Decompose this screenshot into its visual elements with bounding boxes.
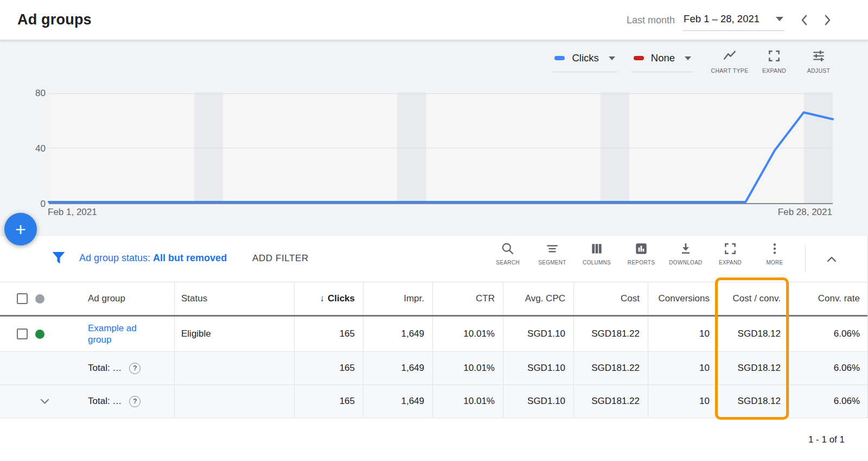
add-ad-group-fab[interactable]: + [4, 213, 37, 245]
search-icon [501, 242, 515, 256]
ad-group-status-filter[interactable]: Ad group status: All but removed [79, 252, 227, 264]
x-axis-end-label: Feb 28, 2021 [778, 207, 832, 218]
help-icon[interactable]: ? [129, 396, 141, 407]
clicks-cell: 165 [294, 385, 363, 418]
conv-rate-cell: 6.06% [789, 352, 868, 384]
cost-cell: SGD181.22 [573, 317, 648, 351]
ctr-cell: 10.01% [432, 352, 503, 384]
impr-cell: 1,649 [363, 352, 432, 384]
select-all-checkbox[interactable] [17, 293, 28, 304]
metric-selector-2[interactable]: None [631, 47, 693, 72]
column-header-cost[interactable]: Cost [573, 282, 648, 315]
date-range-dropdown[interactable]: Feb 1 – 28, 2021 [682, 10, 784, 31]
ctr-cell: 10.01% [432, 385, 503, 418]
date-range-value: Feb 1 – 28, 2021 [684, 13, 760, 25]
filter-value: All but removed [153, 252, 227, 263]
metric-selector-1[interactable]: Clicks [552, 47, 617, 72]
total-label: Total: … [88, 396, 122, 407]
avg-cpc-cell: SGD1.10 [503, 352, 573, 384]
ad-group-link[interactable]: Example ad group [88, 323, 148, 345]
help-icon[interactable]: ? [129, 363, 141, 374]
date-range-picker[interactable]: Last month Feb 1 – 28, 2021 [627, 0, 831, 40]
collapse-table-button[interactable] [822, 249, 841, 269]
performance-chart-section: Clicks None CHART TYPE EXPAND ADJUST 80 [0, 40, 868, 236]
add-filter-button[interactable]: ADD FILTER [252, 253, 309, 264]
metric-color-pill-red [634, 56, 644, 60]
chevron-left-icon [802, 16, 806, 24]
date-preset-label: Last month [627, 15, 675, 26]
status-dot-enabled [35, 330, 44, 339]
avg-cpc-cell: SGD1.10 [503, 317, 573, 351]
more-button[interactable]: MORE [752, 242, 797, 266]
metric-1-label: Clicks [572, 52, 598, 64]
cost-cell: SGD181.22 [573, 352, 648, 384]
adjust-sliders-icon [812, 49, 826, 63]
more-vertical-icon [768, 242, 782, 256]
column-header-ad-group[interactable]: Ad group [57, 282, 174, 315]
previous-period-button[interactable] [801, 15, 808, 26]
ctr-cell: 10.01% [432, 317, 503, 351]
conv-rate-cell: 6.06% [789, 317, 868, 351]
segment-icon [545, 242, 559, 256]
expand-totals-button[interactable] [40, 399, 49, 405]
status-dot-header [35, 294, 44, 304]
download-icon [679, 242, 693, 256]
column-header-cost-per-conv[interactable]: Cost / conv. [718, 282, 789, 315]
conv-rate-cell: 6.06% [789, 385, 868, 418]
clicks-line-series [49, 92, 833, 204]
y-axis-tick-40: 40 [27, 143, 46, 154]
download-button[interactable]: DOWNLOAD [663, 242, 708, 266]
column-header-impr[interactable]: Impr. [363, 282, 432, 315]
impr-cell: 1,649 [363, 385, 432, 418]
filter-prefix: Ad group status: [79, 252, 150, 263]
chart-expand-button[interactable]: EXPAND [752, 49, 796, 74]
table-row: Example ad group Eligible 165 1,649 10.0… [0, 317, 867, 352]
chevron-down-icon [40, 399, 49, 405]
filter-bar: Ad group status: All but removed ADD FIL… [0, 236, 868, 282]
chevron-down-icon [609, 56, 615, 60]
pagination-label: 1 - 1 of 1 [808, 434, 845, 445]
segment-button[interactable]: SEGMENT [530, 242, 575, 266]
metric-color-pill-blue [554, 56, 565, 60]
chevron-up-icon [827, 256, 837, 262]
total-label: Total: … [88, 363, 122, 374]
table-toolbar: SEARCH SEGMENT COLUMNS REPORTS DOWNLOAD … [486, 242, 797, 266]
cost-per-conv-cell: SGD18.12 [718, 317, 789, 351]
column-header-ctr[interactable]: CTR [432, 282, 503, 315]
filter-funnel-icon [52, 251, 66, 266]
line-chart-plot-area[interactable] [49, 92, 833, 204]
reports-button[interactable]: REPORTS [619, 242, 663, 266]
page-title: Ad groups [17, 11, 92, 28]
next-period-button[interactable] [824, 15, 831, 26]
metric-2-label: None [651, 52, 675, 64]
chart-type-button[interactable]: CHART TYPE [707, 49, 752, 74]
y-axis-tick-80: 80 [27, 88, 46, 99]
column-header-conv-rate[interactable]: Conv. rate [789, 282, 868, 315]
sort-descending-icon: ↓ [320, 293, 324, 304]
toolbar-divider [805, 245, 806, 272]
y-axis-tick-0: 0 [27, 199, 46, 210]
row-checkbox[interactable] [17, 329, 28, 339]
clicks-cell: 165 [294, 317, 363, 351]
search-button[interactable]: SEARCH [486, 242, 530, 266]
columns-button[interactable]: COLUMNS [575, 242, 619, 266]
chevron-down-icon [685, 56, 691, 60]
columns-icon [590, 242, 604, 256]
avg-cpc-cell: SGD1.10 [503, 385, 573, 418]
column-header-avg-cpc[interactable]: Avg. CPC [503, 282, 573, 315]
table-expand-button[interactable]: EXPAND [708, 242, 752, 266]
conversions-cell: 10 [648, 317, 718, 351]
line-chart-icon [722, 49, 737, 63]
top-bar: Ad groups Last month Feb 1 – 28, 2021 [0, 0, 868, 40]
column-header-status[interactable]: Status [174, 282, 294, 315]
plus-icon: + [15, 219, 26, 240]
expand-icon [767, 49, 781, 63]
chart-adjust-button[interactable]: ADJUST [796, 49, 841, 74]
total-row-account: Total: … ? 165 1,649 10.01% SGD1.10 SGD1… [0, 385, 867, 418]
cost-cell: SGD181.22 [573, 385, 648, 418]
column-header-clicks[interactable]: ↓ Clicks [294, 282, 363, 315]
column-header-conversions[interactable]: Conversions [648, 282, 718, 315]
chart-controls: Clicks None CHART TYPE EXPAND ADJUST [552, 47, 841, 74]
ad-groups-page: Ad groups Last month Feb 1 – 28, 2021 Cl… [0, 0, 868, 461]
impr-cell: 1,649 [363, 317, 432, 351]
